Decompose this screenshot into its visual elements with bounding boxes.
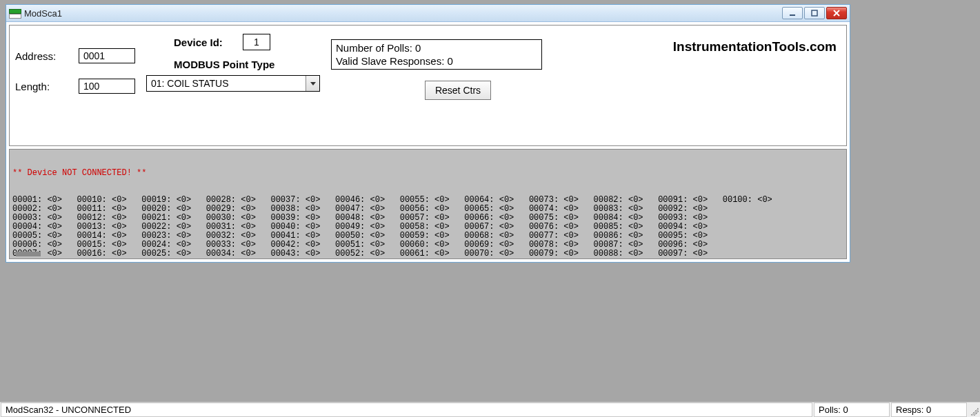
svg-rect-1 — [812, 10, 817, 16]
config-panel: Address: Length: Device Id: MODBUS Point… — [9, 25, 847, 146]
length-label: Length: — [15, 81, 50, 92]
scroll-thumb[interactable] — [16, 252, 41, 256]
point-type-label: MODBUS Point Type — [174, 59, 274, 70]
stats-box: Number of Polls: 0 Valid Slave Responses… — [331, 39, 542, 70]
reset-counters-button[interactable]: Reset Ctrs — [425, 81, 491, 100]
minimize-button[interactable] — [782, 7, 803, 19]
device-id-label: Device Id: — [174, 37, 223, 48]
chevron-down-icon — [306, 76, 319, 91]
brand-text: InstrumentationTools.com — [673, 39, 837, 54]
resize-grip-icon[interactable] — [968, 403, 980, 417]
data-grid: 00001: <0> 00010: <0> 00019: <0> 00028: … — [12, 196, 843, 259]
maximize-button[interactable] — [804, 7, 825, 19]
close-button[interactable] — [826, 7, 847, 19]
point-type-value: 01: COIL STATUS — [151, 78, 229, 89]
child-window: ModSca1 Address: Length: Device Id: MODB… — [6, 4, 850, 263]
status-polls: Polls: 0 — [814, 403, 890, 417]
polls-label: Number of Polls: — [336, 42, 412, 54]
address-label: Address: — [15, 50, 56, 62]
status-resps: Resps: 0 — [891, 403, 967, 417]
polls-value: 0 — [415, 42, 421, 54]
data-panel: ** Device NOT CONNECTED! ** 00001: <0> 0… — [9, 149, 847, 259]
window-title: ModSca1 — [24, 8, 782, 19]
status-bar: ModScan32 - UNCONNECTED Polls: 0 Resps: … — [0, 402, 980, 417]
responses-value: 0 — [447, 55, 452, 67]
device-id-input[interactable] — [243, 34, 270, 50]
status-main: ModScan32 - UNCONNECTED — [1, 403, 812, 417]
connection-warning: ** Device NOT CONNECTED! ** — [12, 169, 843, 178]
app-icon — [9, 9, 20, 17]
point-type-select[interactable]: 01: COIL STATUS — [146, 75, 320, 92]
address-input[interactable] — [79, 48, 135, 63]
titlebar[interactable]: ModSca1 — [6, 5, 850, 22]
responses-label: Valid Slave Responses: — [336, 55, 444, 67]
length-input[interactable] — [79, 79, 135, 94]
